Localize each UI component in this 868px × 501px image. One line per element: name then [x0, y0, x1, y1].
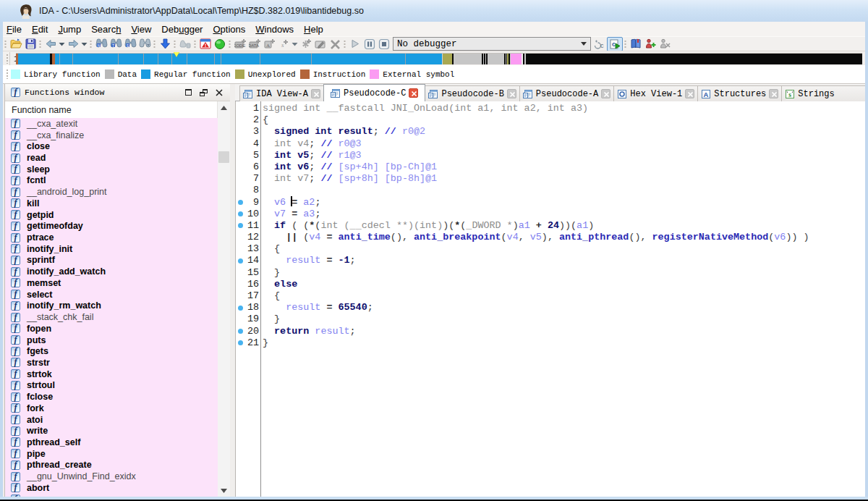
tab-hex-view-1[interactable]: Hex View-1	[613, 85, 698, 101]
make-code-icon[interactable]: CODE	[233, 38, 247, 51]
function-row[interactable]: f__android_log_print	[5, 186, 218, 198]
code-line[interactable]: 12 || (v4 = anti_time(), anti_breakpoint…	[236, 232, 865, 243]
combo-dropdown-icon[interactable]	[581, 42, 587, 46]
save-icon[interactable]	[23, 38, 38, 51]
function-row[interactable]: finotify_init	[5, 243, 218, 255]
search-disabled-icon[interactable]	[178, 38, 192, 51]
scroll-up-icon[interactable]	[218, 101, 230, 114]
code-line[interactable]: 13 {	[236, 243, 865, 255]
make-struct-icon[interactable]	[299, 38, 313, 51]
code-line[interactable]: 3 signed int result; // r0@2	[236, 126, 865, 138]
forward-arrow-icon[interactable]	[66, 38, 80, 51]
tab-close-icon[interactable]	[769, 89, 778, 98]
open-file-icon[interactable]	[9, 38, 23, 51]
function-row[interactable]: finotify_rm_watch	[5, 300, 218, 312]
code-line[interactable]: 19 }	[236, 313, 865, 325]
compiler-icon[interactable]: c	[592, 38, 607, 51]
run-green-icon[interactable]	[213, 38, 227, 51]
function-row[interactable]: fstrtok	[5, 369, 218, 380]
make-string-dropdown-icon[interactable]	[291, 38, 299, 51]
tab-ida-view-a[interactable]: IDA View-A	[239, 85, 324, 101]
title-bar[interactable]: IDA - C:\Users\Administrator\AppData\Loc…	[0, 0, 868, 22]
function-row[interactable]: fptrace	[5, 232, 218, 243]
code-line[interactable]: 18 result = 65540;	[236, 302, 865, 313]
code-line[interactable]: 1signed int __fastcall JNI_OnLoad(int a1…	[236, 103, 865, 114]
tab-pseudocode-a[interactable]: Pseudocode-A	[519, 85, 614, 101]
code-line[interactable]: 2{	[236, 114, 865, 126]
menu-view[interactable]: View	[127, 23, 155, 35]
function-name-column-header[interactable]: Function name	[5, 101, 218, 119]
code-line[interactable]: 5 int v5; // r1@3	[236, 150, 865, 161]
code-line[interactable]: 7 int v7; // [sp+8h] [bp-8h]@1	[236, 173, 865, 185]
tab-strings[interactable]: sStrings	[781, 85, 865, 101]
debug-stop-icon[interactable]	[377, 38, 391, 51]
code-line[interactable]: 4 int v4; // r0@3	[236, 138, 865, 150]
tab-pseudocode-b[interactable]: Pseudocode-B	[425, 85, 519, 101]
undefine-icon[interactable]	[328, 38, 342, 51]
function-row[interactable]: fstrtoul	[5, 380, 218, 392]
menu-debugger[interactable]: Debugger	[158, 23, 206, 35]
code-line[interactable]: 9 v6 = a2;	[236, 197, 865, 209]
debug-pause-icon[interactable]	[362, 38, 377, 51]
edit-icon[interactable]	[313, 38, 328, 51]
code-line[interactable]: 21}	[236, 337, 865, 349]
function-row[interactable]: fsprintf	[5, 255, 218, 266]
code-line[interactable]: 8	[236, 185, 865, 196]
delete-breakpoint-icon[interactable]	[658, 38, 672, 51]
database-icon[interactable]	[629, 38, 643, 51]
menu-help[interactable]: Help	[300, 23, 327, 35]
function-row[interactable]: fselect	[5, 289, 218, 300]
menu-options[interactable]: Options	[209, 23, 249, 35]
navband-position-arrow[interactable]	[174, 52, 179, 57]
code-line[interactable]: 6 int v6; // [sp+4h] [bp-Ch]@1	[236, 161, 865, 173]
menu-jump[interactable]: Jump	[54, 23, 85, 35]
jump-address-icon[interactable]	[158, 38, 172, 51]
debugger-select[interactable]: No debugger	[393, 37, 591, 51]
function-row[interactable]: f__cxa_atexit	[5, 118, 218, 130]
function-row[interactable]: fputs	[5, 334, 218, 346]
function-row[interactable]: ffcntl	[5, 175, 218, 187]
back-arrow-icon[interactable]	[43, 38, 58, 51]
search-sequence-icon[interactable]: S	[123, 38, 137, 51]
function-row[interactable]: fclose	[5, 140, 218, 152]
code-line[interactable]: 11 if ( (*(int (__cdecl **)(int))(*(_DWO…	[236, 220, 865, 232]
function-row[interactable]: fmemset	[5, 277, 218, 289]
back-dropdown-icon[interactable]	[58, 38, 66, 51]
code-line[interactable]: 15 }	[236, 267, 865, 279]
function-row[interactable]: f__stack_chk_fail	[5, 311, 218, 323]
debug-play-icon[interactable]	[348, 38, 362, 51]
function-row[interactable]: ffopen	[5, 323, 218, 334]
pseudocode-view[interactable]: 1signed int __fastcall JNI_OnLoad(int a1…	[235, 101, 865, 497]
tab-close-icon[interactable]	[311, 89, 320, 98]
forward-dropdown-icon[interactable]	[80, 38, 88, 51]
tab-pseudocode-c[interactable]: Pseudocode-C	[323, 84, 425, 101]
menu-windows[interactable]: Windows	[252, 23, 297, 35]
navband-drag-handle[interactable]	[6, 54, 9, 64]
continue-process-icon[interactable]: c	[607, 37, 623, 51]
function-row[interactable]: fpthread_create	[5, 460, 218, 471]
make-string-icon[interactable]: s	[276, 38, 291, 51]
function-row[interactable]: fwrite	[5, 425, 218, 437]
tab-close-icon[interactable]	[409, 88, 418, 98]
code-line[interactable]: 17 {	[236, 290, 865, 302]
search-next-gray-icon[interactable]	[137, 38, 152, 51]
code-line[interactable]: 20 return result;	[236, 326, 865, 337]
function-row[interactable]: fkill	[5, 198, 218, 209]
panel-splitter[interactable]	[230, 84, 235, 497]
make-name-icon[interactable]: A	[262, 38, 276, 51]
function-row[interactable]: fpthread_self	[5, 437, 218, 448]
function-row[interactable]: f__cxa_finalize	[5, 130, 218, 141]
tab-close-icon[interactable]	[507, 89, 516, 98]
function-row[interactable]: fstrstr	[5, 357, 218, 369]
navigation-band[interactable]	[16, 53, 862, 64]
function-row[interactable]: fabort	[5, 482, 218, 494]
function-row[interactable]: f__gnu_Unwind_Find_exidx	[5, 471, 218, 482]
tab-close-icon[interactable]	[685, 89, 694, 98]
maximize-panel-icon[interactable]	[185, 89, 192, 96]
scroll-down-icon[interactable]	[218, 484, 230, 497]
function-row[interactable]: fgettimeofday	[5, 220, 218, 232]
function-row[interactable]: fpipe	[5, 448, 218, 460]
code-line[interactable]: 14 result = -1;	[236, 255, 865, 266]
menu-file[interactable]: File	[3, 23, 25, 35]
function-row[interactable]: fatoi	[5, 414, 218, 426]
